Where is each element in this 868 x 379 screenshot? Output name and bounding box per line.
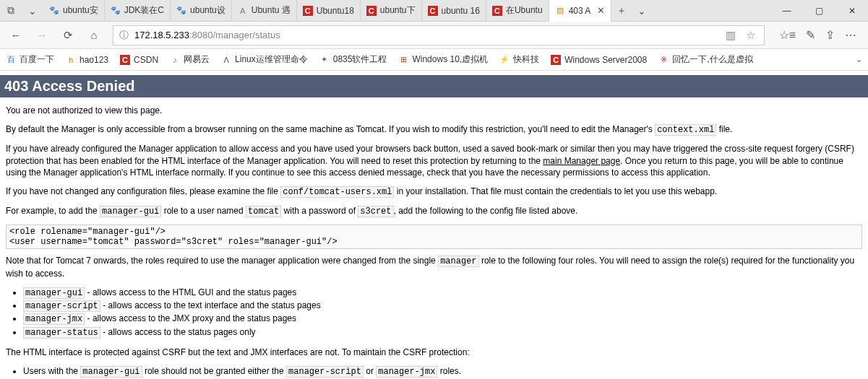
csrf-list: Users with the manager-gui role should n…	[23, 365, 862, 379]
para-default: By default the Manager is only accessibl…	[6, 123, 862, 136]
bookmark-label: Windows Server2008	[564, 55, 647, 65]
tab-label: 在Ubuntu	[506, 4, 543, 17]
bookmark-label: Linux运维管理命令	[235, 53, 308, 66]
bookmark-item[interactable]: 百百度一下	[6, 53, 54, 66]
refresh-button[interactable]: ⟳	[56, 24, 80, 47]
list-item: manager-script - allows access to the te…	[23, 300, 862, 313]
navigation-bar: ← → ⟳ ⌂ ⓘ 172.18.5.233:8080/manager/stat…	[0, 22, 868, 49]
bookmark-icon: Λ	[221, 55, 231, 65]
tab-label: 403 A	[569, 6, 591, 16]
browser-tab[interactable]: 🐾ubuntu设	[171, 0, 232, 22]
browser-tab[interactable]: 🐾ubuntu安	[43, 0, 105, 22]
code-block: <role rolename="manager-gui"/> <user use…	[6, 225, 862, 249]
home-button[interactable]: ⌂	[82, 24, 106, 47]
browser-tab[interactable]: ▨403 A✕	[549, 0, 612, 22]
bookmark-icon: ✦	[319, 55, 330, 65]
tabs-preview-icon[interactable]: ⌄	[22, 0, 43, 22]
tab-label: ubuntu下	[380, 4, 416, 17]
list-item: manager-gui - allows access to the HTML …	[23, 287, 862, 300]
tab-label: ubuntu 16	[442, 6, 480, 16]
new-tab-button[interactable]: ＋	[611, 4, 632, 17]
bookmark-label: 0835软件工程	[333, 53, 387, 66]
browser-tab[interactable]: AUbuntu 遇	[232, 0, 297, 22]
bookmark-icon: ⚡	[499, 55, 510, 65]
bookmark-item[interactable]: CWindows Server2008	[551, 53, 647, 66]
bookmark-label: Windows 10,虚拟机	[412, 53, 488, 66]
code-tomcat-users: conf/tomcat-users.xml	[280, 186, 394, 198]
bookmark-item[interactable]: ΛLinux运维管理命令	[221, 53, 308, 66]
minimize-button[interactable]: —	[770, 0, 803, 22]
para-csrf-reset: If you have already configured the Manag…	[6, 143, 862, 178]
close-window-button[interactable]: ✕	[835, 0, 868, 22]
para-tomcat7: Note that for Tomcat 7 onwards, the role…	[6, 255, 862, 279]
tabs-aside-icon[interactable]: ⧉	[0, 0, 22, 22]
roles-list: manager-gui - allows access to the HTML …	[23, 287, 862, 340]
notes-icon[interactable]: ✎	[806, 28, 815, 42]
bookmark-icon: h	[66, 55, 76, 65]
list-item: manager-jmx - allows access to the JMX p…	[23, 313, 862, 326]
browser-tab[interactable]: C在Ubuntu	[486, 0, 549, 22]
bookmark-item[interactable]: ✦0835软件工程	[319, 53, 387, 66]
tab-label: Ubuntu18	[317, 6, 354, 16]
bookmark-icon: C	[120, 55, 130, 65]
bookmark-item[interactable]: ⊞Windows 10,虚拟机	[398, 53, 488, 66]
address-bar[interactable]: ⓘ 172.18.5.233:8080/manager/status ▥ ☆	[113, 25, 765, 45]
para-csrf-protection: The HTML interface is protected against …	[6, 347, 862, 358]
bookmark-label: 百度一下	[20, 53, 54, 66]
back-button[interactable]: ←	[4, 24, 27, 47]
url-text: 172.18.5.233:8080/manager/status	[134, 30, 720, 40]
bookmark-item[interactable]: CCSDN	[120, 53, 158, 66]
settings-more-icon[interactable]: ⋯	[845, 28, 856, 42]
bookmarks-overflow-icon[interactable]: ⌄	[856, 55, 862, 64]
tab-favicon: 🐾	[49, 6, 59, 16]
browser-tab[interactable]: 🐾JDK装在C	[105, 0, 171, 22]
maximize-button[interactable]: ▢	[803, 0, 835, 22]
bookmark-icon: ⊞	[398, 55, 408, 65]
bookmark-item[interactable]: ⚡快科技	[499, 53, 539, 66]
bookmark-label: 回忆一下,什么是虚拟	[672, 53, 752, 66]
list-item: Users with the manager-gui role should n…	[23, 365, 862, 378]
browser-tab[interactable]: CUbuntu18	[297, 0, 361, 22]
share-icon[interactable]: ⇪	[825, 28, 835, 42]
bookmark-item[interactable]: ♪网易云	[170, 53, 210, 66]
tab-label: Ubuntu 遇	[252, 4, 291, 17]
bookmark-icon: 百	[6, 55, 16, 65]
bookmark-label: 快科技	[513, 53, 539, 66]
reading-view-icon[interactable]: ▥	[726, 29, 736, 42]
tab-favicon: C	[303, 6, 313, 16]
tab-favicon: C	[428, 6, 438, 16]
browser-tab[interactable]: Cubuntu下	[361, 0, 422, 22]
bookmark-icon: C	[551, 55, 561, 65]
tab-close-icon[interactable]: ✕	[597, 5, 605, 16]
info-icon[interactable]: ⓘ	[119, 29, 129, 42]
browser-tab[interactable]: Cubuntu 16	[422, 0, 486, 22]
bookmarks-bar: 百百度一下hhao123CCSDN♪网易云ΛLinux运维管理命令✦0835软件…	[0, 49, 868, 71]
bookmark-item[interactable]: hhao123	[66, 53, 108, 66]
para-not-authorized: You are not authorized to view this page…	[6, 105, 862, 116]
bookmark-item[interactable]: ※回忆一下,什么是虚拟	[658, 53, 752, 66]
tab-dropdown-icon[interactable]: ⌄	[632, 5, 652, 17]
tab-label: ubuntu安	[63, 4, 98, 17]
tab-favicon: ▨	[555, 6, 565, 16]
page-title: 403 Access Denied	[0, 75, 868, 97]
bookmark-label: CSDN	[134, 55, 158, 65]
link-main-manager[interactable]: main Manager page	[543, 156, 620, 166]
bookmark-icon: ♪	[170, 55, 180, 65]
browser-tabs-bar: ⧉ ⌄ 🐾ubuntu安🐾JDK装在C🐾ubuntu设AUbuntu 遇CUbu…	[0, 0, 868, 22]
code-context-xml: context.xml	[655, 124, 716, 136]
favorites-icon[interactable]: ☆≡	[779, 28, 796, 42]
tab-favicon: 🐾	[176, 6, 186, 16]
tab-favicon: A	[238, 6, 248, 16]
bookmark-icon: ※	[658, 55, 669, 65]
tab-favicon: C	[366, 6, 377, 16]
tab-label: JDK装在C	[124, 4, 164, 17]
window-controls: — ▢ ✕	[770, 0, 868, 22]
tab-favicon: C	[492, 6, 502, 16]
forward-button[interactable]: →	[30, 24, 53, 47]
bookmark-label: hao123	[80, 55, 108, 65]
list-item: manager-status - allows access to the st…	[23, 326, 862, 339]
favorite-star-icon[interactable]: ☆	[746, 29, 755, 42]
bookmark-label: 网易云	[184, 53, 210, 66]
page-content: 403 Access Denied You are not authorized…	[0, 75, 868, 379]
tab-controls: ＋ ⌄	[611, 4, 652, 17]
